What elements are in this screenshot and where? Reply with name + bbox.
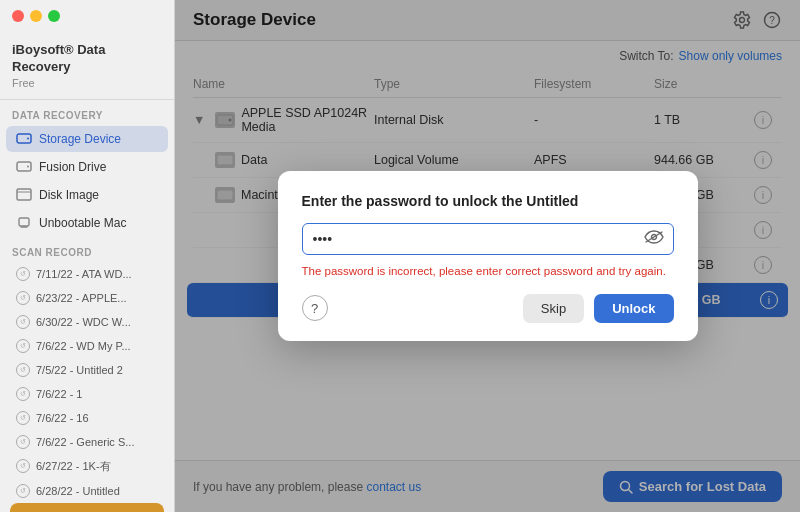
- unlock-button[interactable]: Unlock: [594, 294, 673, 323]
- scan-item-3-label: 6/30/22 - WDC W...: [36, 316, 131, 328]
- modal-buttons: Skip Unlock: [523, 294, 674, 323]
- scan-icon-9: ↺: [16, 459, 30, 473]
- modal-actions: ? Skip Unlock: [302, 294, 674, 323]
- sidebar-item-storage-device[interactable]: Storage Device: [6, 126, 168, 152]
- scan-item-10[interactable]: ↺ 6/28/22 - Untitled: [6, 480, 168, 502]
- scan-item-2[interactable]: ↺ 6/23/22 - APPLE...: [6, 287, 168, 309]
- scan-item-1[interactable]: ↺ 7/11/22 - ATA WD...: [6, 263, 168, 285]
- disk-image-icon: [16, 187, 32, 203]
- scan-item-5-label: 7/5/22 - Untitled 2: [36, 364, 123, 376]
- modal-title: Enter the password to unlock the Untitle…: [302, 193, 674, 209]
- sidebar-item-disk-image[interactable]: Disk Image: [6, 182, 168, 208]
- scan-icon-7: ↺: [16, 411, 30, 425]
- eye-icon[interactable]: [644, 230, 664, 248]
- section-scan-record-label: Scan Record: [0, 237, 174, 262]
- svg-rect-4: [17, 189, 31, 200]
- minimize-button[interactable]: [30, 10, 42, 22]
- sidebar-item-fusion-drive[interactable]: Fusion Drive: [6, 154, 168, 180]
- scan-item-7[interactable]: ↺ 7/6/22 - 16: [6, 407, 168, 429]
- scan-item-6[interactable]: ↺ 7/6/22 - 1: [6, 383, 168, 405]
- scan-item-8-label: 7/6/22 - Generic S...: [36, 436, 134, 448]
- section-data-recovery-label: Data Recovery: [0, 100, 174, 125]
- password-field-wrapper: [302, 223, 674, 255]
- sidebar-item-unbootable-mac-label: Unbootable Mac: [39, 216, 126, 230]
- scan-icon-1: ↺: [16, 267, 30, 281]
- unbootable-mac-icon: [16, 215, 32, 231]
- close-button[interactable]: [12, 10, 24, 22]
- scan-item-6-label: 7/6/22 - 1: [36, 388, 82, 400]
- fusion-drive-icon: [16, 159, 32, 175]
- scan-item-3[interactable]: ↺ 6/30/22 - WDC W...: [6, 311, 168, 333]
- sidebar: iBoysoft® Data Recovery Free Data Recove…: [0, 0, 175, 512]
- scan-icon-4: ↺: [16, 339, 30, 353]
- sidebar-item-storage-device-label: Storage Device: [39, 132, 121, 146]
- main-content: Storage Device ? Switch To: Show only vo…: [175, 0, 800, 512]
- scan-item-9-label: 6/27/22 - 1K-有: [36, 459, 111, 474]
- scan-item-2-label: 6/23/22 - APPLE...: [36, 292, 127, 304]
- password-modal: Enter the password to unlock the Untitle…: [278, 171, 698, 340]
- scan-icon-5: ↺: [16, 363, 30, 377]
- modal-overlay: Enter the password to unlock the Untitle…: [175, 0, 800, 512]
- modal-help-button[interactable]: ?: [302, 295, 328, 321]
- scan-item-9[interactable]: ↺ 6/27/22 - 1K-有: [6, 455, 168, 478]
- storage-device-icon: [16, 131, 32, 147]
- svg-rect-6: [19, 218, 29, 226]
- app-title: iBoysoft® Data Recovery: [12, 42, 162, 76]
- svg-point-1: [27, 138, 29, 140]
- maximize-button[interactable]: [48, 10, 60, 22]
- traffic-lights: [0, 0, 174, 28]
- svg-point-3: [27, 166, 29, 168]
- upgrade-button[interactable]: Upgrade: [10, 503, 164, 512]
- scan-item-5[interactable]: ↺ 7/5/22 - Untitled 2: [6, 359, 168, 381]
- app-subtitle: Free: [12, 77, 162, 89]
- scan-item-4[interactable]: ↺ 7/6/22 - WD My P...: [6, 335, 168, 357]
- scan-item-4-label: 7/6/22 - WD My P...: [36, 340, 131, 352]
- error-text: The password is incorrect, please enter …: [302, 263, 674, 279]
- sidebar-item-disk-image-label: Disk Image: [39, 188, 99, 202]
- scan-icon-10: ↺: [16, 484, 30, 498]
- sidebar-item-fusion-drive-label: Fusion Drive: [39, 160, 106, 174]
- scan-icon-6: ↺: [16, 387, 30, 401]
- scan-item-10-label: 6/28/22 - Untitled: [36, 485, 120, 497]
- scan-item-8[interactable]: ↺ 7/6/22 - Generic S...: [6, 431, 168, 453]
- app-header: iBoysoft® Data Recovery Free: [0, 28, 174, 100]
- scan-icon-3: ↺: [16, 315, 30, 329]
- scan-icon-8: ↺: [16, 435, 30, 449]
- scan-icon-2: ↺: [16, 291, 30, 305]
- scan-item-7-label: 7/6/22 - 16: [36, 412, 89, 424]
- sidebar-item-unbootable-mac[interactable]: Unbootable Mac: [6, 210, 168, 236]
- password-input[interactable]: [302, 223, 674, 255]
- scan-item-1-label: 7/11/22 - ATA WD...: [36, 268, 132, 280]
- skip-button[interactable]: Skip: [523, 294, 584, 323]
